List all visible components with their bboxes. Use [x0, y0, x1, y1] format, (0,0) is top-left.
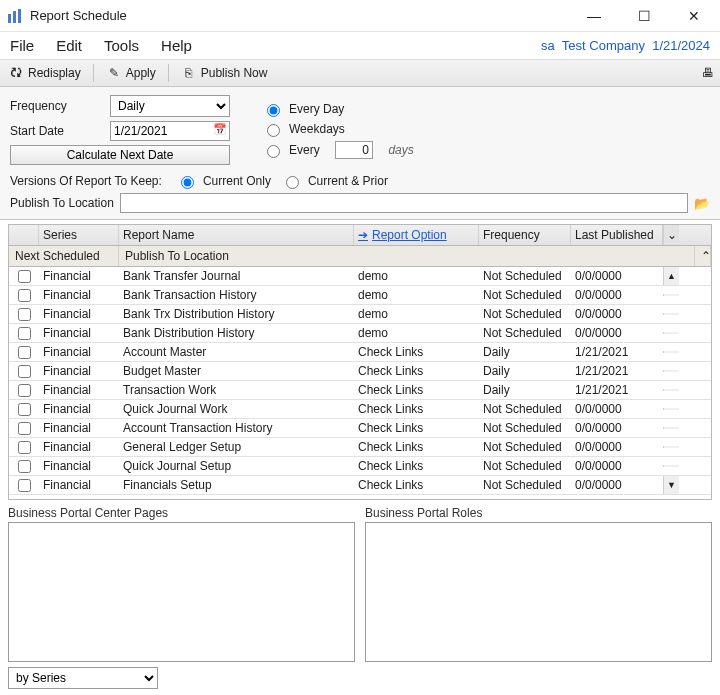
refresh-icon: 🗘	[8, 65, 24, 81]
table-row[interactable]: FinancialBank Transaction HistorydemoNot…	[9, 286, 711, 305]
cell-series: Financial	[39, 363, 119, 379]
cell-frequency: Daily	[479, 382, 571, 398]
expand-columns-icon[interactable]: ⌄	[663, 225, 679, 245]
sub-next-scheduled[interactable]: Next Scheduled	[9, 246, 119, 266]
every-day-option[interactable]: Every Day	[262, 101, 414, 117]
folder-icon[interactable]: 📂	[694, 196, 710, 211]
row-checkbox[interactable]	[18, 308, 31, 321]
grid-subheader: Next Scheduled Publish To Location ⌃	[9, 246, 711, 267]
current-prior-option[interactable]: Current & Prior	[281, 173, 388, 189]
apply-button[interactable]: ✎ Apply	[102, 63, 160, 83]
cell-report-name: Bank Distribution History	[119, 325, 354, 341]
options-panel: Frequency Daily Start Date 📅 Calculate N…	[0, 87, 720, 220]
cell-report-name: Transaction Work	[119, 382, 354, 398]
menubar: File Edit Tools Help sa Test Company 1/2…	[0, 32, 720, 60]
status-company[interactable]: Test Company	[562, 38, 645, 53]
col-report-name[interactable]: Report Name	[119, 225, 354, 245]
cell-series: Financial	[39, 458, 119, 474]
current-prior-radio[interactable]	[286, 176, 299, 189]
table-row[interactable]: FinancialQuick Journal SetupCheck LinksN…	[9, 457, 711, 476]
cell-series: Financial	[39, 477, 119, 493]
redisplay-label: Redisplay	[28, 66, 81, 80]
cell-report-option: Check Links	[354, 458, 479, 474]
cell-series: Financial	[39, 268, 119, 284]
row-checkbox[interactable]	[18, 384, 31, 397]
cell-report-name: Budget Master	[119, 363, 354, 379]
status-user[interactable]: sa	[541, 38, 555, 53]
minimize-button[interactable]: —	[580, 8, 608, 24]
current-only-radio[interactable]	[181, 176, 194, 189]
separator	[93, 64, 94, 82]
col-checkbox[interactable]	[9, 225, 39, 245]
redisplay-button[interactable]: 🗘 Redisplay	[4, 63, 85, 83]
every-day-radio[interactable]	[267, 104, 280, 117]
cell-report-option: Check Links	[354, 439, 479, 455]
row-checkbox[interactable]	[18, 403, 31, 416]
cell-report-name: Quick Journal Setup	[119, 458, 354, 474]
cell-report-option: Check Links	[354, 363, 479, 379]
cell-last-published: 1/21/2021	[571, 382, 663, 398]
cell-last-published: 1/21/2021	[571, 363, 663, 379]
weekdays-radio[interactable]	[267, 124, 280, 137]
weekdays-option[interactable]: Weekdays	[262, 121, 414, 137]
cell-frequency: Not Scheduled	[479, 401, 571, 417]
cell-frequency: Not Scheduled	[479, 287, 571, 303]
every-n-option[interactable]: Every 0 days	[262, 141, 414, 159]
row-checkbox[interactable]	[18, 460, 31, 473]
roles-listbox[interactable]	[365, 522, 712, 662]
table-row[interactable]: FinancialTransaction WorkCheck LinksDail…	[9, 381, 711, 400]
start-date-input[interactable]	[110, 121, 230, 141]
calendar-icon[interactable]: 📅	[213, 123, 227, 136]
menu-file[interactable]: File	[10, 37, 34, 54]
every-unit-label: days	[388, 143, 413, 157]
every-n-input[interactable]: 0	[335, 141, 373, 159]
table-row[interactable]: FinancialAccount Transaction HistoryChec…	[9, 419, 711, 438]
table-row[interactable]: FinancialGeneral Ledger SetupCheck Links…	[9, 438, 711, 457]
pages-listbox[interactable]	[8, 522, 355, 662]
col-series[interactable]: Series	[39, 225, 119, 245]
table-row[interactable]: FinancialBank Distribution HistorydemoNo…	[9, 324, 711, 343]
current-only-option[interactable]: Current Only	[176, 173, 271, 189]
table-row[interactable]: FinancialBudget MasterCheck LinksDaily1/…	[9, 362, 711, 381]
svg-rect-2	[18, 9, 21, 23]
table-row[interactable]: FinancialAccount MasterCheck LinksDaily1…	[9, 343, 711, 362]
publish-location-input[interactable]	[120, 193, 688, 213]
col-report-option[interactable]: ➔Report Option	[354, 225, 479, 245]
row-checkbox[interactable]	[18, 441, 31, 454]
status-date[interactable]: 1/21/2024	[652, 38, 710, 53]
col-last-published[interactable]: Last Published	[571, 225, 663, 245]
cell-frequency: Not Scheduled	[479, 439, 571, 455]
publish-now-label: Publish Now	[201, 66, 268, 80]
menu-tools[interactable]: Tools	[104, 37, 139, 54]
row-checkbox[interactable]	[18, 422, 31, 435]
col-frequency[interactable]: Frequency	[479, 225, 571, 245]
cell-series: Financial	[39, 382, 119, 398]
row-checkbox[interactable]	[18, 479, 31, 492]
table-row[interactable]: FinancialQuick Journal WorkCheck LinksNo…	[9, 400, 711, 419]
cell-series: Financial	[39, 325, 119, 341]
row-checkbox[interactable]	[18, 365, 31, 378]
every-n-radio[interactable]	[267, 145, 280, 158]
frequency-select[interactable]: Daily	[110, 95, 230, 117]
print-icon[interactable]: 🖶	[700, 65, 716, 81]
sort-select[interactable]: by Series	[8, 667, 158, 689]
cell-last-published: 0/0/0000	[571, 477, 663, 493]
close-button[interactable]: ✕	[680, 8, 708, 24]
row-checkbox[interactable]	[18, 346, 31, 359]
publish-now-button[interactable]: ⎘ Publish Now	[177, 63, 272, 83]
menu-help[interactable]: Help	[161, 37, 192, 54]
row-checkbox[interactable]	[18, 289, 31, 302]
window-title: Report Schedule	[30, 8, 127, 23]
scroll-down-icon[interactable]: ▼	[668, 477, 675, 493]
row-checkbox[interactable]	[18, 327, 31, 340]
table-row[interactable]: FinancialBank Transfer JournaldemoNot Sc…	[9, 267, 711, 286]
table-row[interactable]: FinancialFinancials SetupCheck LinksNot …	[9, 476, 711, 495]
row-checkbox[interactable]	[18, 270, 31, 283]
table-row[interactable]: FinancialBank Trx Distribution Historyde…	[9, 305, 711, 324]
collapse-columns-icon[interactable]: ⌃	[695, 246, 711, 266]
sub-publish-to[interactable]: Publish To Location	[119, 246, 695, 266]
calculate-next-date-button[interactable]: Calculate Next Date	[10, 145, 230, 165]
maximize-button[interactable]: ☐	[630, 8, 658, 24]
menu-edit[interactable]: Edit	[56, 37, 82, 54]
scroll-up-icon[interactable]: ▲	[668, 268, 675, 284]
